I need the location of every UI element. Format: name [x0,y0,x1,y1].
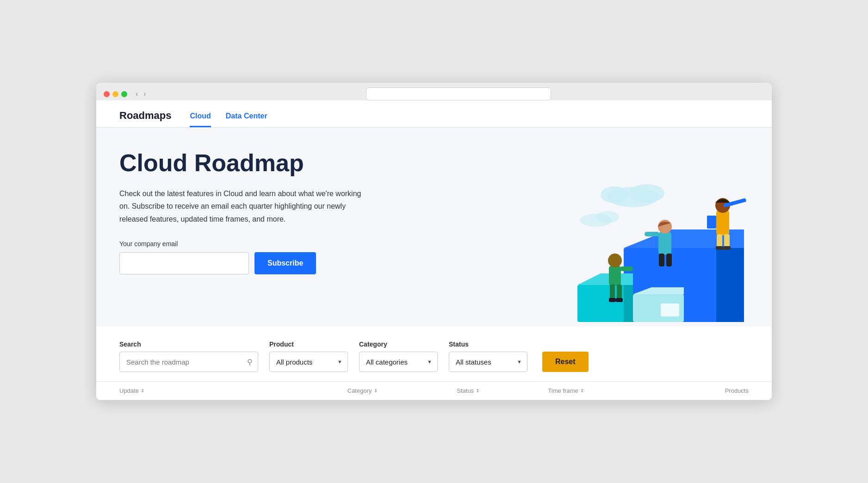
svg-rect-23 [658,232,671,255]
nav-arrows: ‹ › [134,89,148,99]
category-select-wrapper: All categories [359,352,438,372]
svg-rect-18 [717,234,722,248]
hero-title: Cloud Roadmap [119,150,388,176]
table-header: Update ⇕ Category ⇕ Status ⇕ Time frame … [96,382,772,400]
address-bar[interactable] [366,87,551,100]
browser-window: ‹ › Roadmaps Cloud Data Center Cloud Roa… [96,83,772,400]
subscribe-button[interactable]: Subscribe [254,252,316,274]
svg-rect-30 [610,285,615,299]
product-label: Product [269,341,348,348]
svg-rect-11 [624,285,633,322]
sort-icon-category: ⇕ [374,388,378,393]
hero-illustration [494,128,772,327]
svg-rect-25 [645,232,659,236]
svg-rect-28 [609,266,621,286]
sort-icon-status: ⇕ [476,388,479,393]
svg-point-29 [608,254,622,267]
email-row: Subscribe [119,252,388,274]
svg-rect-27 [666,254,672,266]
col-header-status[interactable]: Status ⇕ [457,387,548,394]
svg-rect-31 [617,285,622,299]
search-input[interactable] [119,352,258,372]
category-select[interactable]: All categories [359,352,438,372]
tab-cloud[interactable]: Cloud [190,112,211,127]
svg-rect-8 [716,248,744,322]
email-input[interactable] [119,252,249,274]
filter-group-product: Product All products [269,341,348,372]
search-input-wrapper: ⚲ [119,352,258,372]
svg-rect-14 [661,303,679,316]
forward-button[interactable]: › [142,89,148,99]
svg-rect-34 [620,266,633,271]
hero-section: Cloud Roadmap Check out the latest featu… [96,128,772,327]
svg-point-1 [629,184,664,203]
svg-rect-19 [724,234,730,248]
svg-rect-32 [609,298,616,302]
nav-brand: Roadmaps [119,110,171,127]
reset-button[interactable]: Reset [542,352,589,372]
dot-green[interactable] [121,91,127,97]
svg-rect-26 [659,254,664,266]
product-select-wrapper: All products [269,352,348,372]
top-nav: Roadmaps Cloud Data Center [96,100,772,128]
dot-yellow[interactable] [112,91,118,97]
svg-rect-33 [616,298,623,302]
back-button[interactable]: ‹ [134,89,140,99]
filter-group-search: Search ⚲ [119,341,258,372]
col-header-update[interactable]: Update ⇕ [119,387,347,394]
dot-red[interactable] [104,91,110,97]
col-header-timeframe[interactable]: Time frame ⇕ [548,387,657,394]
svg-marker-10 [577,273,633,285]
filter-bar: Search ⚲ Product All products Category [96,327,772,382]
svg-rect-21 [723,246,731,250]
svg-rect-20 [716,246,723,250]
status-select[interactable]: All statuses [449,352,527,372]
hero-svg [540,151,772,327]
status-label: Status [449,341,527,348]
sort-icon-timeframe: ⇕ [580,388,584,393]
svg-rect-22 [707,216,716,229]
app-container: Roadmaps Cloud Data Center Cloud Roadmap… [96,100,772,400]
svg-point-4 [596,211,619,223]
col-header-products[interactable]: Products [657,387,749,394]
svg-point-2 [601,186,628,203]
sort-icon-update: ⇕ [141,388,144,393]
search-icon: ⚲ [247,358,253,366]
filter-group-status: Status All statuses [449,341,527,372]
category-label: Category [359,341,438,348]
status-select-wrapper: All statuses [449,352,527,372]
browser-chrome: ‹ › [96,83,772,100]
filter-group-category: Category All categories [359,341,438,372]
hero-content: Cloud Roadmap Check out the latest featu… [119,150,388,297]
browser-controls: ‹ › [104,87,764,100]
browser-dots [104,91,127,97]
col-header-category[interactable]: Category ⇕ [347,387,457,394]
product-select[interactable]: All products [269,352,348,372]
search-label: Search [119,341,258,348]
hero-description: Check out the latest features in Cloud a… [119,187,369,225]
svg-rect-15 [716,210,729,235]
email-label: Your company email [119,240,388,248]
tab-data-center[interactable]: Data Center [226,112,267,127]
